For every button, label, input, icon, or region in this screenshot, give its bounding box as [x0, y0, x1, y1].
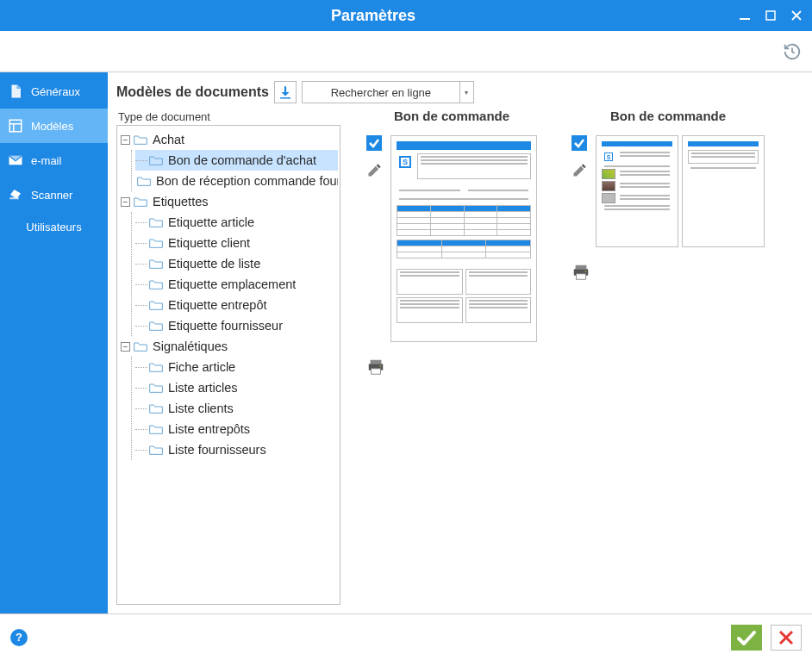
template-icon: [7, 117, 24, 134]
tree-node-liste-entrepots[interactable]: Liste entrepôts: [135, 419, 338, 439]
tree-label: Liste articles: [168, 381, 238, 395]
tree-label: Etiquette client: [168, 236, 250, 250]
folder-icon: [149, 444, 163, 456]
tree-label: Etiquette fournisseur: [168, 319, 283, 333]
chevron-down-icon[interactable]: ▾: [459, 82, 473, 103]
tree-node-etiquettes[interactable]: − Etiquettes: [119, 191, 338, 212]
close-button[interactable]: [790, 9, 803, 22]
search-online-dropdown[interactable]: Rechercher en ligne ▾: [302, 81, 474, 103]
titlebar: Paramètres: [0, 0, 812, 31]
edit-template-button[interactable]: [572, 161, 589, 178]
document-type-tree: − Achat Bon de commande d'achat: [116, 125, 340, 605]
page-heading: Modèles de documents: [116, 84, 269, 100]
main-header: Modèles de documents Rechercher en ligne…: [108, 72, 812, 109]
folder-icon: [149, 258, 163, 270]
tree-label: Etiquette emplacement: [168, 277, 296, 291]
sidebar: Généraux Modèles e-mail Scanner: [0, 72, 108, 613]
svg-point-12: [380, 365, 382, 367]
minimize-button[interactable]: [738, 9, 752, 22]
window-title: Paramètres: [9, 7, 738, 25]
edit-template-button[interactable]: [366, 161, 384, 178]
tree-node-achat[interactable]: − Achat: [119, 129, 338, 150]
folder-icon: [149, 402, 163, 414]
tree-node-liste-clients[interactable]: Liste clients: [135, 398, 338, 419]
print-button[interactable]: [366, 358, 385, 377]
tree-label: Fiche article: [168, 360, 235, 374]
scanner-icon: [7, 186, 24, 203]
template-selected-checkbox[interactable]: [572, 135, 587, 151]
document-icon: [7, 83, 24, 100]
tree-label: Bon de réception commande fournisseur: [156, 174, 338, 188]
tree-node-bon-reception[interactable]: Bon de réception commande fournisseur: [135, 171, 338, 191]
folder-icon: [149, 278, 163, 290]
cancel-button[interactable]: [771, 625, 802, 651]
download-button[interactable]: [274, 81, 297, 103]
svg-rect-4: [9, 120, 22, 132]
preview-title: Bon de commande: [572, 109, 765, 123]
collapse-icon[interactable]: −: [121, 197, 130, 207]
preview-title: Bon de commande: [366, 109, 537, 123]
collapse-icon[interactable]: −: [121, 342, 130, 352]
tree-label: Etiquette article: [168, 215, 254, 229]
sidebar-item-users[interactable]: Utilisateurs: [0, 212, 108, 242]
tree-label: Etiquette entrepôt: [168, 298, 266, 312]
template-preview-2: Bon de commande: [572, 109, 765, 605]
collapse-icon[interactable]: −: [121, 135, 130, 145]
folder-icon: [134, 196, 147, 208]
tree-node-liste-fournisseurs[interactable]: Liste fournisseurs: [135, 439, 338, 460]
folder-icon: [149, 423, 163, 435]
tree-node-liste-articles[interactable]: Liste articles: [135, 377, 338, 398]
ok-button[interactable]: [731, 625, 762, 651]
history-icon[interactable]: [783, 42, 802, 61]
template-preview-1: Bon de commande: [366, 109, 537, 605]
maximize-button[interactable]: [764, 9, 778, 22]
mail-icon: [7, 152, 24, 169]
tree-label: Bon de commande d'achat: [168, 153, 316, 167]
tree-node-signaletiques[interactable]: − Signalétiques: [119, 336, 338, 357]
tree-node-fiche-article[interactable]: Fiche article: [135, 357, 338, 377]
sidebar-item-general[interactable]: Généraux: [0, 74, 108, 109]
tree-label: Signalétiques: [153, 339, 228, 353]
svg-rect-13: [576, 265, 587, 270]
sidebar-item-label: Généraux: [31, 85, 80, 98]
footer: ?: [0, 613, 812, 660]
folder-icon: [149, 216, 163, 228]
template-selected-checkbox[interactable]: [366, 135, 382, 151]
folder-icon: [149, 320, 163, 332]
tree-node-etiquette-entrepot[interactable]: Etiquette entrepôt: [135, 295, 338, 315]
tree-node-etiquette-emplacement[interactable]: Etiquette emplacement: [135, 274, 338, 295]
tree-node-bon-commande-achat[interactable]: Bon de commande d'achat: [135, 150, 338, 171]
sidebar-item-email[interactable]: e-mail: [0, 143, 108, 177]
sidebar-item-scanner[interactable]: Scanner: [0, 177, 108, 212]
svg-rect-15: [577, 274, 586, 279]
tree-label: Liste clients: [168, 402, 234, 415]
folder-icon: [137, 175, 151, 187]
svg-point-16: [585, 271, 587, 272]
folder-icon: [149, 382, 163, 394]
sidebar-item-models[interactable]: Modèles: [0, 109, 108, 143]
tree-node-etiquette-client[interactable]: Etiquette client: [135, 233, 338, 253]
folder-icon: [149, 237, 163, 249]
tree-node-etiquette-liste[interactable]: Etiquette de liste: [135, 253, 338, 274]
tree-node-etiquette-fournisseur[interactable]: Etiquette fournisseur: [135, 315, 338, 336]
sidebar-item-label: Scanner: [31, 189, 72, 202]
template-thumbnail[interactable]: S: [390, 135, 537, 342]
tree-node-etiquette-article[interactable]: Etiquette article: [135, 212, 338, 233]
print-button[interactable]: [572, 263, 590, 282]
sidebar-item-label: Utilisateurs: [26, 221, 81, 233]
folder-icon: [149, 361, 163, 373]
svg-rect-11: [372, 369, 381, 374]
template-thumbnail[interactable]: S: [596, 135, 765, 247]
svg-rect-1: [766, 11, 775, 20]
sidebar-item-label: Modèles: [31, 120, 73, 133]
folder-icon: [149, 299, 163, 311]
sidebar-item-label: e-mail: [31, 154, 61, 167]
svg-rect-9: [371, 360, 382, 364]
tree-label: Liste entrepôts: [168, 422, 250, 436]
help-button[interactable]: ?: [10, 629, 28, 646]
svg-rect-7: [9, 197, 19, 199]
folder-icon: [134, 340, 147, 352]
tree-label: Etiquette de liste: [168, 257, 260, 271]
tree-title: Type de document: [118, 110, 340, 123]
search-online-label: Rechercher en ligne: [303, 86, 459, 99]
